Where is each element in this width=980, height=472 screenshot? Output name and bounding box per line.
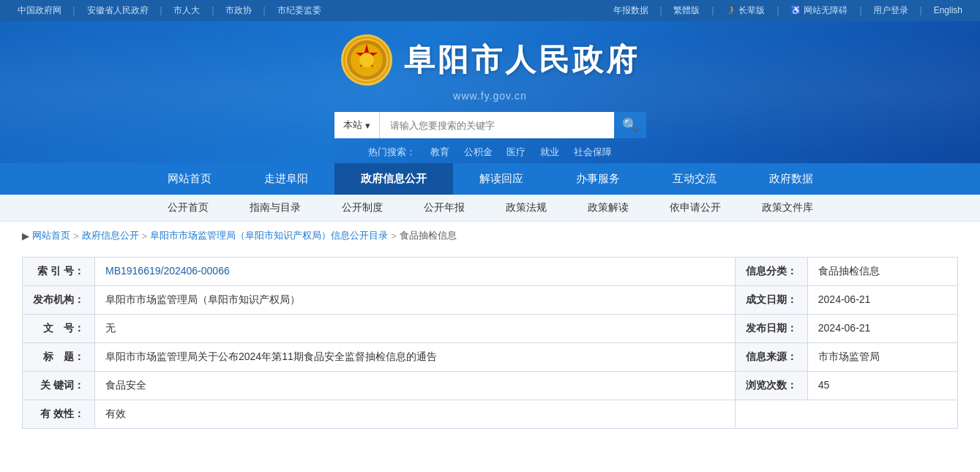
compose-date-value: 2024-06-21: [807, 286, 957, 315]
publisher-label: 发布机构：: [23, 286, 95, 315]
publish-date-label: 发布日期：: [735, 315, 807, 343]
link-anhui[interactable]: 安徽省人民政府: [87, 5, 149, 15]
source-value: 市市场监管局: [807, 343, 957, 372]
subnav-guide[interactable]: 指南与目录: [229, 195, 321, 221]
index-number-link[interactable]: MB1916619/202406-00066: [105, 265, 230, 277]
title-label: 标 题：: [23, 343, 95, 372]
top-bar-left: 中国政府网 ｜ 安徽省人民政府 ｜ 市人大 ｜ 市政协 ｜ 市纪委监委: [15, 4, 324, 17]
header: 阜阳市人民政府 www.fy.gov.cn 本站 ▾ 🔍 热门搜索： 教育 公积…: [0, 21, 980, 163]
subnav-policy-lib[interactable]: 政策文件库: [741, 195, 834, 221]
link-zhongguo[interactable]: 中国政府网: [18, 5, 61, 15]
link-english[interactable]: English: [934, 5, 962, 15]
hot-search-education[interactable]: 教育: [430, 146, 449, 157]
sub-nav: 公开首页 指南与目录 公开制度 公开年报 政策法规 政策解读 依申请公开 政策文…: [0, 195, 980, 222]
source-label: 信息来源：: [735, 343, 807, 372]
nav-interpret[interactable]: 解读回应: [453, 163, 550, 195]
keywords-value: 食品安全: [95, 372, 736, 400]
breadcrumb-gov-info[interactable]: 政府信息公开: [82, 229, 139, 242]
hot-search-employment[interactable]: 就业: [540, 146, 559, 157]
link-renda[interactable]: 市人大: [173, 5, 200, 15]
search-scope-button[interactable]: 本站 ▾: [334, 112, 380, 138]
nav-home[interactable]: 网站首页: [141, 163, 238, 195]
publisher-value: 阜阳市市场监管理局（阜阳市知识产权局）: [95, 286, 736, 315]
compose-date-label: 成文日期：: [735, 286, 807, 315]
subnav-policy-law[interactable]: 政策法规: [485, 195, 567, 221]
search-input[interactable]: [380, 112, 614, 138]
index-number-label: 索 引 号：: [23, 258, 95, 286]
link-zhengxie[interactable]: 市政协: [225, 5, 252, 15]
search-icon: 🔍: [622, 117, 638, 133]
hot-search: 热门搜索： 教育 公积金 医疗 就业 社会保障: [0, 146, 980, 159]
site-title: 阜阳市人民政府: [404, 40, 640, 80]
validity-label: 有 效性：: [23, 400, 95, 429]
header-logo-area: 阜阳市人民政府: [0, 34, 980, 86]
publish-date-value: 2024-06-21: [807, 315, 957, 343]
keywords-label: 关 键词：: [23, 372, 95, 400]
svg-point-3: [359, 53, 374, 67]
info-type-value: 食品抽检信息: [807, 258, 957, 286]
info-type-label: 信息分类：: [735, 258, 807, 286]
chevron-down-icon: ▾: [365, 120, 370, 131]
link-nianbao[interactable]: 年报数据: [613, 5, 648, 15]
subnav-yearreport[interactable]: 公开年报: [403, 195, 485, 221]
title-value: 阜阳市市场监管理局关于公布2024年第11期食品安全监督抽检信息的通告: [95, 343, 736, 372]
nav-services[interactable]: 办事服务: [550, 163, 646, 195]
hot-search-label: 热门搜索：: [368, 146, 416, 157]
breadcrumb-home[interactable]: 网站首页: [32, 229, 70, 242]
views-label: 浏览次数：: [735, 372, 807, 400]
subnav-system[interactable]: 公开制度: [321, 195, 403, 221]
link-elder[interactable]: 🧑‍🦯 长辈版: [725, 5, 765, 15]
breadcrumb: ▶ 网站首页 > 政府信息公开 > 阜阳市市场监管理局（阜阳市知识产权局）信息公…: [0, 222, 980, 250]
link-login[interactable]: 用户登录: [873, 5, 908, 15]
doc-number-value: 无: [95, 315, 736, 343]
nav-data[interactable]: 政府数据: [743, 163, 839, 195]
main-nav: 网站首页 走进阜阳 政府信息公开 解读回应 办事服务 互动交流 政府数据: [0, 163, 980, 195]
hot-search-social[interactable]: 社会保障: [574, 146, 612, 157]
views-value: 45: [807, 372, 957, 400]
search-scope-label: 本站: [343, 119, 362, 132]
emblem: [341, 34, 392, 86]
subnav-apply-open[interactable]: 依申请公开: [649, 195, 741, 221]
content: 索 引 号： MB1916619/202406-00066 信息分类： 食品抽检…: [0, 250, 980, 451]
top-bar: 中国政府网 ｜ 安徽省人民政府 ｜ 市人大 ｜ 市政协 ｜ 市纪委监委 年报数据…: [0, 0, 980, 21]
site-url: www.fy.gov.cn: [0, 90, 980, 102]
top-bar-right: 年报数据 ｜ 繁體版 ｜ 🧑‍🦯 长辈版 ｜ ♿ 网站无障碍 ｜ 用户登录 ｜ …: [610, 4, 965, 17]
breadcrumb-bureau[interactable]: 阜阳市市场监管理局（阜阳市知识产权局）信息公开目录: [150, 229, 388, 242]
subnav-open-home[interactable]: 公开首页: [147, 195, 229, 221]
validity-value: 有效: [95, 400, 736, 429]
hot-search-gjj[interactable]: 公积金: [464, 146, 493, 157]
doc-number-label: 文 号：: [23, 315, 95, 343]
link-jijian[interactable]: 市纪委监委: [277, 5, 321, 15]
link-barrier-free[interactable]: ♿ 网站无障碍: [790, 5, 848, 15]
search-bar: 本站 ▾ 🔍: [0, 112, 980, 138]
subnav-policy-interpret[interactable]: 政策解读: [567, 195, 649, 221]
nav-fuyang[interactable]: 走进阜阳: [238, 163, 334, 195]
nav-interaction[interactable]: 互动交流: [646, 163, 743, 195]
index-number-value: MB1916619/202406-00066: [95, 258, 736, 286]
nav-gov-info[interactable]: 政府信息公开: [334, 163, 453, 195]
info-table: 索 引 号： MB1916619/202406-00066 信息分类： 食品抽检…: [22, 257, 958, 429]
breadcrumb-arrow-icon: ▶: [22, 231, 29, 241]
search-button[interactable]: 🔍: [614, 112, 646, 138]
breadcrumb-current: 食品抽检信息: [400, 229, 457, 242]
hot-search-medical[interactable]: 医疗: [506, 146, 525, 157]
link-traditional[interactable]: 繁體版: [673, 5, 700, 15]
